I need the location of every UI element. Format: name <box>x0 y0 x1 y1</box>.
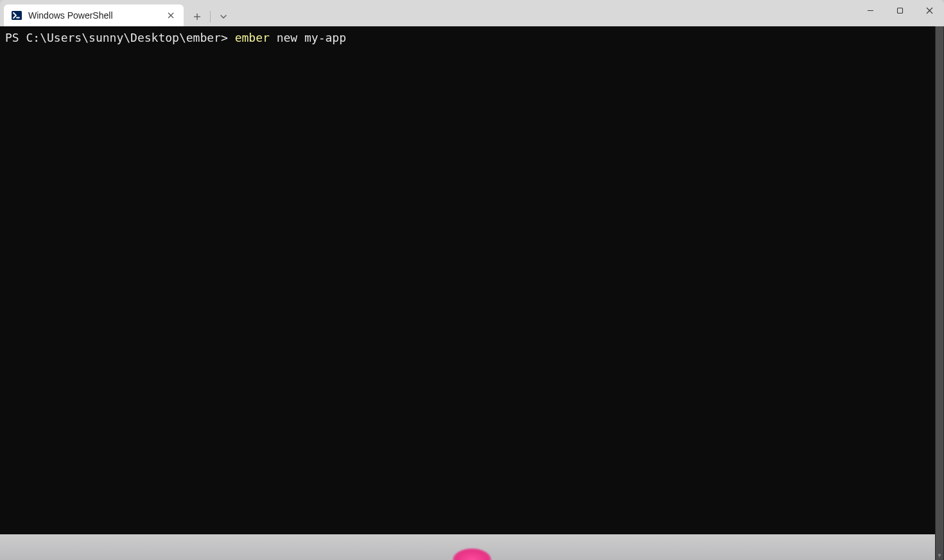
maximize-button[interactable] <box>885 0 914 21</box>
chevron-down-icon <box>220 15 227 19</box>
close-tab-button[interactable] <box>164 9 177 22</box>
tab-strip: Windows PowerShell <box>0 0 855 26</box>
command-keyword: ember <box>235 31 270 44</box>
taskbar-edge <box>0 534 944 560</box>
svg-rect-0 <box>12 11 22 20</box>
titlebar: Windows PowerShell <box>0 0 944 26</box>
tab-divider <box>210 11 211 22</box>
svg-rect-7 <box>897 8 902 13</box>
command-args: new my-app <box>270 31 346 44</box>
taskbar-app-hint <box>453 548 491 560</box>
powershell-icon <box>12 10 22 21</box>
tab-powershell[interactable]: Windows PowerShell <box>4 4 184 26</box>
plus-icon <box>193 13 201 21</box>
tab-dropdown-button[interactable] <box>213 7 234 26</box>
close-window-button[interactable] <box>914 0 944 21</box>
vertical-scrollbar[interactable]: ▲ ▼ <box>935 26 944 534</box>
close-icon <box>168 12 174 19</box>
maximize-icon <box>896 7 904 14</box>
new-tab-button[interactable] <box>186 7 208 26</box>
tab-title: Windows PowerShell <box>28 10 158 21</box>
window-controls <box>855 0 944 26</box>
close-icon <box>926 7 933 14</box>
terminal-viewport[interactable]: PS C:\Users\sunny\Desktop\ember> ember n… <box>0 26 944 534</box>
minimize-button[interactable] <box>855 0 885 21</box>
prompt-text: PS C:\Users\sunny\Desktop\ember> <box>5 31 235 44</box>
terminal-line: PS C:\Users\sunny\Desktop\ember> ember n… <box>5 30 939 46</box>
scrollbar-thumb[interactable] <box>936 26 943 534</box>
terminal-window: Windows PowerShell <box>0 0 944 534</box>
minimize-icon <box>867 7 874 14</box>
tab-actions <box>184 7 234 26</box>
